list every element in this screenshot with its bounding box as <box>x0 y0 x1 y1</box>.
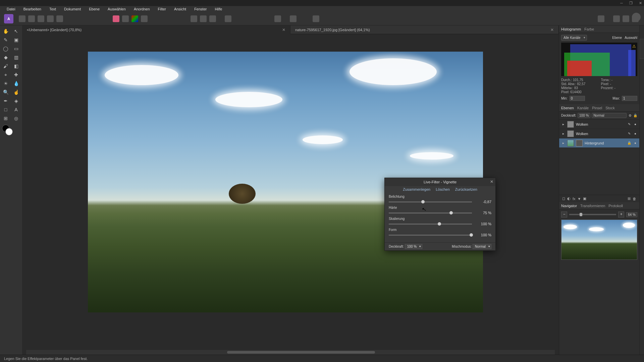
pen-tool-icon[interactable]: ✒ <box>1 97 10 105</box>
menu-file[interactable]: Datei <box>3 6 19 12</box>
document-tab-2[interactable]: nature-7595617_1920.jpg [Geändert] (64,1… <box>290 25 559 34</box>
histogram-selection-toggle[interactable]: Auswahl <box>625 36 637 40</box>
persona-export-icon[interactable] <box>56 15 63 22</box>
persona-photo-icon[interactable] <box>19 15 25 22</box>
account-avatar[interactable] <box>632 13 641 21</box>
menu-layer[interactable]: Ebene <box>85 6 104 12</box>
color-swatch[interactable] <box>3 126 13 135</box>
slider-value[interactable]: 75 % <box>475 211 491 215</box>
layer-row[interactable]: ▸ Wolken ✎ ● <box>559 120 639 129</box>
histogram-layer-toggle[interactable]: Ebene <box>612 36 622 40</box>
slider-value[interactable]: -0,87 <box>475 200 491 204</box>
flood-tool-icon[interactable]: ◆ <box>1 54 10 61</box>
assistant1-icon[interactable] <box>613 15 620 22</box>
layer-blend-dropdown[interactable]: Normal <box>592 113 627 118</box>
histogram-channel-dropdown[interactable]: Alle Kanäle <box>561 35 587 41</box>
dodge-tool-icon[interactable]: ☀ <box>1 80 10 87</box>
tab-navigator[interactable]: Navigator <box>561 204 577 208</box>
healing-tool-icon[interactable]: ✚ <box>12 71 20 78</box>
selection-add-icon[interactable] <box>200 15 207 22</box>
layer-filter-btn[interactable]: ▼ <box>577 197 582 201</box>
dialog-action-delete[interactable]: Löschen <box>436 187 450 191</box>
menu-view[interactable]: Ansicht <box>170 6 190 12</box>
smudge-tool-icon[interactable]: ☝ <box>12 88 20 96</box>
tab-channels[interactable]: Kanäle <box>577 106 589 110</box>
layer-row[interactable]: ▸ Hintergrund 🔒 ● <box>559 138 639 148</box>
layer-adjust-btn[interactable]: ◐ <box>566 196 572 201</box>
crop-tool-icon[interactable]: ▣ <box>12 36 20 44</box>
layer-group-btn[interactable]: ▣ <box>582 196 587 201</box>
layer-expand-icon[interactable]: ▸ <box>561 122 565 126</box>
zoom-slider[interactable] <box>569 214 616 215</box>
dialog-opacity-dropdown[interactable]: 100 % <box>405 244 422 249</box>
quickmask-icon[interactable] <box>225 15 231 22</box>
dialog-blend-dropdown[interactable]: Normal <box>473 244 491 249</box>
tab-layers[interactable]: Ebenen <box>561 106 574 110</box>
menu-help[interactable]: Hilfe <box>211 6 226 12</box>
menu-text[interactable]: Text <box>45 6 60 12</box>
layer-visible-icon[interactable]: ● <box>633 122 637 126</box>
document-tab-1[interactable]: <Unbenannt> [Geändert] (70,8%) ✕ <box>22 25 290 34</box>
dialog-titlebar[interactable]: Live-Filter - Vignette ✕ <box>385 178 495 186</box>
zoom-out-button[interactable]: − <box>561 212 567 218</box>
canvas-hscrollbar[interactable] <box>26 350 555 355</box>
zoom-tool-icon[interactable]: 🔍 <box>1 88 10 96</box>
menu-document[interactable]: Dokument <box>60 6 85 12</box>
slider-thumb[interactable] <box>470 233 473 237</box>
slider-value[interactable]: 100 % <box>475 233 491 237</box>
blur-tool-icon[interactable]: 💧 <box>12 80 20 87</box>
tab-brushes[interactable]: Pinsel <box>592 106 602 110</box>
layer-visible-icon[interactable]: ● <box>633 141 637 145</box>
layer-add-btn[interactable]: ⊞ <box>627 196 632 201</box>
text-tool-icon[interactable]: A <box>12 106 20 113</box>
move-tool-icon[interactable]: ↖ <box>12 27 20 35</box>
zoom-value[interactable]: 64 % <box>626 212 637 217</box>
erase-tool-icon[interactable]: ◧ <box>12 62 20 70</box>
mesh-tool-icon[interactable]: ⊞ <box>1 115 10 122</box>
scrollbar-thumb[interactable] <box>227 351 375 354</box>
target-tool-icon[interactable]: ◎ <box>12 115 20 122</box>
slider-thumb[interactable] <box>449 211 453 215</box>
selection-sub-icon[interactable] <box>209 15 216 22</box>
tab-stock[interactable]: Stock <box>605 106 615 110</box>
dialog-action-merge[interactable]: Zusammenlegen <box>403 187 430 191</box>
menu-select[interactable]: Auswählen <box>104 6 130 12</box>
layer-expand-icon[interactable]: ▸ <box>561 141 565 145</box>
softproof-icon[interactable] <box>122 15 129 22</box>
clone-tool-icon[interactable]: ⌖ <box>1 71 10 78</box>
slider-track[interactable] <box>389 224 472 225</box>
layer-edit-icon[interactable]: ✎ <box>627 122 631 126</box>
layer-row[interactable]: ▸ Wolken ✎ ● <box>559 129 639 138</box>
layer-edit-icon[interactable]: ✎ <box>627 132 631 136</box>
close-icon[interactable]: ✕ <box>282 27 285 32</box>
selection-brush-icon[interactable]: ◯ <box>1 45 10 52</box>
slider-track[interactable] <box>389 201 472 202</box>
tab-transform[interactable]: Transformieren <box>580 204 605 208</box>
layer-fx-btn[interactable]: fx <box>572 197 577 201</box>
autolevel-icon[interactable] <box>290 15 297 22</box>
slider-thumb[interactable] <box>580 213 582 216</box>
arrange-icon[interactable] <box>598 15 604 22</box>
layer-opacity-dropdown[interactable]: 100 % <box>578 113 590 118</box>
persona-develop-icon[interactable] <box>38 15 44 22</box>
gradient-tool-icon[interactable]: ▥ <box>12 54 20 61</box>
navigator-preview[interactable] <box>561 220 637 260</box>
layer-mask-btn[interactable]: ◻ <box>561 196 566 201</box>
menu-filter[interactable]: Filter <box>154 6 170 12</box>
layer-fx-icon[interactable]: ⚙ <box>628 114 632 118</box>
selection-new-icon[interactable] <box>191 15 197 22</box>
persona-tonemap-icon[interactable] <box>47 15 54 22</box>
menu-edit[interactable]: Bearbeiten <box>19 6 45 12</box>
assistant2-icon[interactable] <box>623 15 629 22</box>
window-maximize[interactable]: ❐ <box>629 1 633 5</box>
live-filter-dialog[interactable]: Live-Filter - Vignette ✕ Zusammenlegen L… <box>384 178 496 251</box>
color-format-icon[interactable] <box>131 15 138 22</box>
menu-arrange[interactable]: Anordnen <box>130 6 154 12</box>
histogram-min-input[interactable] <box>570 96 585 101</box>
layer-delete-btn[interactable]: 🗑 <box>632 197 637 201</box>
window-close[interactable]: ✕ <box>638 1 643 5</box>
layer-lock-icon[interactable]: 🔒 <box>627 141 631 145</box>
close-icon[interactable]: ✕ <box>490 179 493 184</box>
menu-window[interactable]: Fenster <box>190 6 211 12</box>
panel-collapse-button[interactable] <box>640 39 644 59</box>
